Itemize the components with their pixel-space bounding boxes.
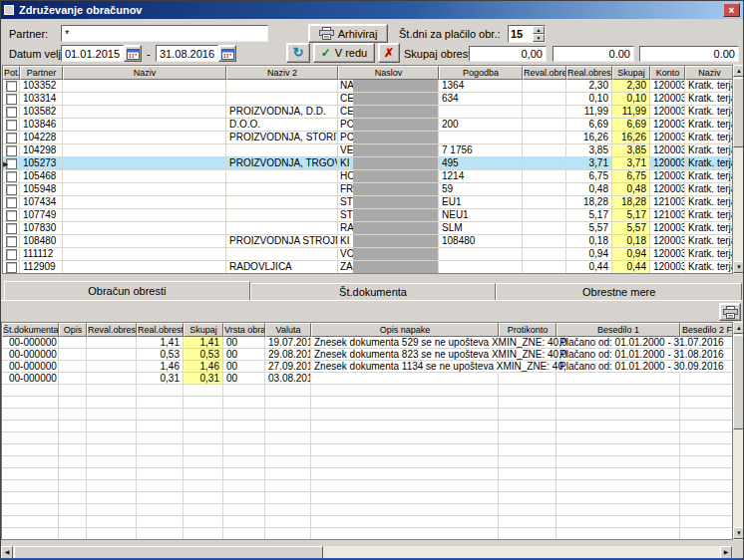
row-checkbox[interactable] bbox=[6, 249, 17, 260]
row-checkbox[interactable] bbox=[6, 133, 17, 143]
scrollbar-thumb[interactable] bbox=[733, 78, 744, 147]
detail-grid-row[interactable] bbox=[2, 528, 732, 540]
scroll-down-icon[interactable]: ▼ bbox=[733, 261, 744, 273]
detail-grid-column-header[interactable]: Real.obresti bbox=[137, 323, 184, 337]
detail-grid-row[interactable] bbox=[2, 480, 732, 492]
main-grid-column-header[interactable]: Konto bbox=[650, 66, 685, 80]
archive-button[interactable]: Arhiviraj bbox=[308, 24, 388, 43]
detail-grid-row[interactable]: 00-0000000,530,530029.08.2016Znesek doku… bbox=[2, 349, 732, 361]
main-grid-row[interactable]: 105948FR590,480,48120003Kratk. terjatve … bbox=[3, 183, 732, 196]
main-grid-row[interactable]: 104298VE7 17563,853,85120003Kratk. terja… bbox=[3, 144, 732, 157]
row-checkbox[interactable] bbox=[6, 210, 17, 221]
detail-grid-column-header[interactable]: Opis napake bbox=[311, 323, 499, 337]
detail-grid-column-header[interactable]: Valuta bbox=[265, 323, 311, 337]
row-checkbox[interactable] bbox=[6, 81, 17, 92]
detail-grid-row[interactable] bbox=[2, 385, 732, 397]
row-checkbox[interactable] bbox=[6, 197, 17, 208]
row-checkbox[interactable] bbox=[6, 94, 17, 105]
cell-konto: 120003 bbox=[650, 157, 685, 170]
main-grid-row[interactable]: 107749STNEU15,175,17121003Kratk. terjatv… bbox=[3, 209, 732, 222]
detail-grid-row[interactable] bbox=[2, 516, 732, 528]
detail-grid-column-header[interactable]: Protikonto bbox=[499, 323, 557, 337]
row-checkbox[interactable] bbox=[6, 223, 17, 234]
main-grid-column-header[interactable]: Skupaj bbox=[612, 66, 650, 80]
detail-grid-column-header[interactable]: Reval.obresti bbox=[87, 323, 137, 337]
scrollbar-thumb[interactable] bbox=[733, 335, 744, 429]
main-grid-row[interactable]: 108480PROIZVODNJA STROJNE OPRKI1084800,1… bbox=[3, 235, 732, 248]
cell-skupaj: 6,69 bbox=[612, 119, 650, 132]
print-button[interactable] bbox=[719, 303, 741, 321]
detail-grid-row[interactable]: 00-0000001,411,410019.07.2016Znesek doku… bbox=[2, 337, 732, 349]
days-spinner-input[interactable] bbox=[509, 26, 533, 42]
row-checkbox[interactable] bbox=[6, 171, 17, 182]
main-grid-column-header[interactable]: Real.obresti bbox=[566, 66, 612, 80]
detail-grid-row[interactable] bbox=[2, 468, 732, 480]
cell-select bbox=[3, 170, 20, 183]
cancel-button[interactable]: ✗ bbox=[378, 43, 400, 63]
date-to-input[interactable] bbox=[156, 45, 218, 62]
main-grid-vscrollbar[interactable]: ▲ ▼ bbox=[733, 65, 744, 274]
detail-grid-vscrollbar[interactable]: ▲ ▼ bbox=[733, 322, 744, 540]
ok-button[interactable]: ✓ V redu bbox=[313, 43, 375, 63]
row-checkbox[interactable] bbox=[6, 184, 17, 195]
scroll-up-icon[interactable]: ▲ bbox=[733, 65, 744, 77]
detail-grid-row[interactable] bbox=[2, 492, 732, 504]
detail-grid-column-header[interactable]: Skupaj bbox=[184, 323, 223, 337]
main-grid-row[interactable]: 107434STEU118,2818,28121003Kratk. terjat… bbox=[3, 196, 732, 209]
detail-grid-row[interactable] bbox=[2, 432, 732, 444]
main-grid-column-header[interactable]: Naslov bbox=[338, 66, 439, 80]
main-grid-column-header[interactable]: Reval.obresti bbox=[523, 66, 566, 80]
refresh-button[interactable]: ↻ bbox=[286, 43, 310, 63]
main-grid-row[interactable]: 103582PROIZVODNJA, D.D.CE11,9911,9912000… bbox=[3, 106, 732, 119]
main-grid-column-header[interactable]: Naziv bbox=[63, 66, 226, 80]
spinner-up-icon[interactable]: ▲ bbox=[533, 26, 545, 34]
detail-grid-row[interactable] bbox=[2, 444, 732, 456]
cell-reval-obresti bbox=[523, 144, 566, 157]
partner-input[interactable] bbox=[61, 25, 268, 42]
tab-obracun-obresti[interactable]: Obračun obresti bbox=[4, 281, 250, 300]
detail-grid-column-header[interactable]: Besedilo 2 F bbox=[680, 323, 733, 337]
main-grid-column-header[interactable]: Pot. bbox=[3, 66, 20, 80]
date-from-input[interactable] bbox=[61, 45, 124, 62]
main-grid-column-header[interactable]: Naziv bbox=[685, 66, 733, 80]
main-grid-row[interactable]: 103846D.O.O.PO2006,696,69120003Kratk. te… bbox=[3, 119, 732, 132]
detail-grid-row[interactable]: 00-0000000,310,310003.08.2016 bbox=[2, 373, 732, 385]
main-grid-row[interactable]: 104228PROIZVODNJA, STORITVE INPC16,2616,… bbox=[3, 132, 732, 144]
tab-st-dokumenta[interactable]: Št.dokumenta bbox=[250, 283, 497, 300]
main-grid-row[interactable]: 107830RASLM5,575,57120003Kratk. terjatve… bbox=[3, 222, 732, 235]
main-grid-row[interactable]: 103314CE6340,100,10120003Kratk. terjatve… bbox=[3, 93, 732, 106]
main-grid-column-header[interactable]: Naziv 2 bbox=[226, 66, 338, 80]
close-button[interactable]: × bbox=[723, 3, 740, 17]
row-checkbox[interactable] bbox=[6, 262, 17, 273]
cell-besedilo-1: Plačano od: 01.01.2000 - 31.07.2016 bbox=[557, 337, 680, 349]
detail-grid-row[interactable] bbox=[2, 409, 732, 420]
main-grid-column-header[interactable]: Pogodba bbox=[439, 66, 523, 80]
detail-grid-column-header[interactable]: Besedilo 1 bbox=[557, 323, 680, 337]
main-grid-row[interactable]: 105468HO12146,756,75120003Kratk. terjatv… bbox=[3, 170, 732, 183]
titlebar[interactable]: Združevanje obračunov × bbox=[1, 1, 743, 19]
cell-reval-obresti bbox=[87, 409, 137, 420]
main-grid-row[interactable]: 103352NA13642,302,30120003Kratk. terjatv… bbox=[3, 80, 732, 93]
detail-grid-column-header[interactable]: Št.dokumenta bbox=[2, 323, 59, 337]
row-checkbox[interactable] bbox=[6, 120, 17, 131]
main-grid-row[interactable]: 112909RADOVLJICAZA0,440,44120003Kratk. t… bbox=[3, 261, 732, 274]
row-checkbox[interactable] bbox=[6, 145, 17, 156]
main-grid-column-header[interactable]: Partner bbox=[20, 66, 63, 80]
row-checkbox[interactable] bbox=[6, 107, 17, 118]
main-grid-row[interactable]: 111112VO0,940,94120003Kratk. terjatve do… bbox=[3, 248, 732, 261]
detail-grid-row[interactable] bbox=[2, 397, 732, 409]
detail-grid-row[interactable]: 00-0000001,461,460027.09.2016Znesek doku… bbox=[2, 361, 732, 373]
main-grid-row[interactable]: ▶105273PROIZVODNJA, TRGOVINA INKI4953,71… bbox=[3, 157, 732, 170]
spinner-down-icon[interactable]: ▼ bbox=[533, 34, 545, 42]
row-checkbox[interactable] bbox=[6, 236, 17, 247]
detail-grid-row[interactable] bbox=[2, 504, 732, 516]
date-to-picker-button[interactable] bbox=[218, 45, 236, 62]
date-from-picker-button[interactable] bbox=[124, 45, 142, 62]
detail-grid-column-header[interactable]: Vrsta obrač. bbox=[223, 323, 265, 337]
scroll-up-icon[interactable]: ▲ bbox=[733, 322, 744, 334]
detail-grid-column-header[interactable]: Opis bbox=[59, 323, 87, 337]
tab-obrestne-mere[interactable]: Obrestne mere bbox=[496, 283, 742, 300]
detail-grid-row[interactable] bbox=[2, 420, 732, 432]
detail-grid-row[interactable] bbox=[2, 456, 732, 468]
scroll-down-icon[interactable]: ▼ bbox=[733, 527, 744, 539]
